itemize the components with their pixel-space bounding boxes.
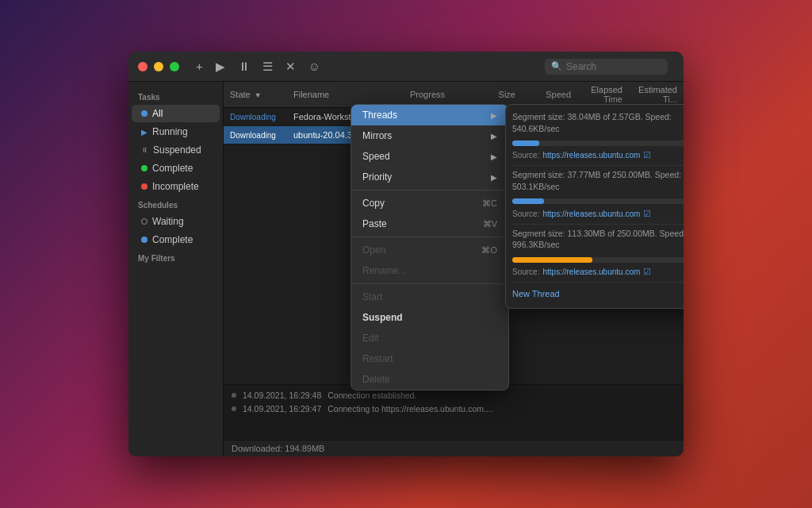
- sidebar-item-incomplete[interactable]: Incomplete: [132, 178, 220, 195]
- menu-mirrors-label: Mirrors: [362, 130, 392, 141]
- menu-item-suspend[interactable]: Suspend: [351, 307, 508, 328]
- menu-delete-label: Delete: [362, 374, 390, 385]
- log-message-1: Connection established.: [327, 389, 416, 402]
- menu-item-open: Open ⌘O: [351, 240, 508, 260]
- menu-item-edit: Edit: [351, 328, 508, 348]
- minimize-button[interactable]: [154, 62, 163, 71]
- menu-divider-1: [351, 190, 508, 190]
- smiley-button[interactable]: ☺: [304, 57, 324, 75]
- menu-item-delete: Delete: [351, 369, 508, 390]
- complete-dot-icon: [141, 165, 147, 171]
- close-dl-button[interactable]: ✕: [282, 57, 300, 76]
- thread-1-fill: [512, 140, 539, 146]
- menu-start-label: Start: [362, 291, 382, 302]
- thread-2-progress-row: ✕: [512, 196, 684, 207]
- sidebar: Tasks All ▶ Running ⏸ Suspended Complete…: [128, 82, 224, 456]
- thread-1-bar: [512, 140, 684, 146]
- sidebar-complete-sched-label: Complete: [152, 234, 193, 245]
- thread-divider-1: [512, 165, 684, 166]
- menu-copy-shortcut: ⌘C: [482, 198, 497, 209]
- menu-divider-2: [351, 237, 508, 237]
- menu-item-paste[interactable]: Paste ⌘V: [351, 214, 508, 234]
- waiting-dot-icon: [141, 218, 147, 225]
- thread-1-source: Source: https://releases.ubuntu.com ☑: [512, 150, 684, 160]
- sidebar-running-label: Running: [152, 126, 188, 137]
- complete-sched-dot-icon: [141, 237, 147, 243]
- sidebar-item-running[interactable]: ▶ Running: [132, 123, 220, 140]
- thread-3-info: Segment size: 113.30MB of 250.00MB. Spee…: [512, 228, 684, 251]
- thread-3-bar: [512, 257, 684, 263]
- thread-3-url: https://releases.ubuntu.com: [542, 267, 640, 276]
- log-area: 14.09.2021, 16:29:48 Connection establis…: [224, 384, 684, 440]
- sidebar-item-complete[interactable]: Complete: [132, 160, 220, 177]
- titlebar: + ▶ ⏸ ☰ ✕ ☺ 🔍: [128, 52, 684, 82]
- col-filename-header[interactable]: Filename: [293, 90, 400, 99]
- status-bar: Downloaded: 194.89MB: [224, 440, 684, 456]
- menu-item-rename: Rename...: [351, 260, 508, 281]
- col-speed-header[interactable]: Speed: [519, 90, 574, 99]
- menu-item-mirrors[interactable]: Mirrors ▶: [351, 125, 508, 146]
- sidebar-item-waiting[interactable]: Waiting: [132, 213, 220, 230]
- thread-2-url: https://releases.ubuntu.com: [542, 210, 640, 218]
- close-button[interactable]: [138, 62, 147, 71]
- my-filters-label: My Filters: [128, 249, 223, 265]
- all-dot-icon: [141, 110, 147, 117]
- col-state-header[interactable]: State ▼: [230, 90, 293, 99]
- incomplete-dot-icon: [141, 183, 147, 190]
- add-button[interactable]: +: [192, 57, 207, 75]
- log-dot-icon-2: [232, 406, 236, 411]
- menu-arrow-icon: ▶: [491, 152, 497, 161]
- pause-button[interactable]: ⏸: [234, 57, 254, 75]
- context-menu: Threads ▶ Mirrors ▶ Speed ▶ Priority ▶: [350, 104, 509, 391]
- source-label-2: Source:: [512, 210, 539, 218]
- toolbar: + ▶ ⏸ ☰ ✕ ☺ 🔍: [186, 57, 674, 76]
- log-timestamp-1: 14.09.2021, 16:29:48: [243, 389, 321, 402]
- menu-speed-label: Speed: [362, 151, 390, 162]
- menu-restart-label: Restart: [362, 353, 393, 364]
- downloading-badge: Downloading: [230, 113, 276, 121]
- menu-item-speed[interactable]: Speed ▶: [351, 146, 508, 167]
- thread-2-fill: [512, 198, 544, 204]
- new-thread-button[interactable]: New Thread: [512, 286, 684, 302]
- menu-item-priority[interactable]: Priority ▶: [351, 167, 508, 187]
- suspended-icon: ⏸: [141, 146, 148, 154]
- log-entry-2: 14.09.2021, 16:29:47 Connecting to https…: [232, 402, 676, 416]
- tasks-section-label: Tasks: [128, 88, 223, 104]
- col-size-header[interactable]: Size: [455, 90, 519, 99]
- col-progress-header[interactable]: Progress: [400, 90, 455, 99]
- thread-1-url: https://releases.ubuntu.com: [542, 151, 640, 160]
- row2-state: Downloading: [230, 130, 293, 140]
- sidebar-suspended-label: Suspended: [153, 144, 201, 156]
- search-input[interactable]: [566, 61, 661, 72]
- thread-divider-2: [512, 224, 684, 225]
- menu-item-threads[interactable]: Threads ▶: [351, 105, 508, 125]
- thread-1-check-icon: ☑: [643, 150, 651, 160]
- col-elapsed-header[interactable]: Elapsed Time: [574, 85, 626, 104]
- source-label-1: Source:: [512, 151, 539, 160]
- menu-button[interactable]: ☰: [259, 57, 277, 76]
- log-message-2: Connecting to https://releases.ubuntu.co…: [327, 402, 492, 416]
- sidebar-item-complete-sched[interactable]: Complete: [132, 231, 220, 248]
- thread-2-bar: [512, 198, 684, 204]
- log-entry-1: 14.09.2021, 16:29:48 Connection establis…: [232, 389, 676, 402]
- menu-arrow-icon: ▶: [491, 111, 497, 120]
- sidebar-item-all[interactable]: All: [132, 105, 220, 122]
- threads-submenu: Segment size: 38.04MB of 2.57GB. Speed: …: [505, 104, 684, 309]
- downloading-badge-2: Downloading: [230, 131, 276, 140]
- source-label-3: Source:: [512, 267, 539, 276]
- fullscreen-button[interactable]: [170, 62, 179, 71]
- search-icon: 🔍: [551, 61, 562, 71]
- thread-divider-3: [512, 282, 684, 283]
- schedules-section-label: Schedules: [128, 196, 223, 212]
- menu-paste-shortcut: ⌘V: [483, 219, 497, 229]
- log-dot-icon: [232, 393, 236, 398]
- log-timestamp-2: 14.09.2021, 16:29:47: [243, 402, 321, 416]
- menu-item-copy[interactable]: Copy ⌘C: [351, 193, 508, 214]
- play-button[interactable]: ▶: [212, 57, 229, 76]
- col-estimated-header[interactable]: Estimated Ti...: [626, 85, 677, 104]
- menu-rename-label: Rename...: [362, 265, 406, 276]
- status-text: Downloaded: 194.89MB: [232, 444, 324, 453]
- sidebar-item-suspended[interactable]: ⏸ Suspended: [132, 141, 220, 159]
- sidebar-complete-label: Complete: [152, 163, 193, 174]
- menu-suspend-label: Suspend: [362, 312, 403, 323]
